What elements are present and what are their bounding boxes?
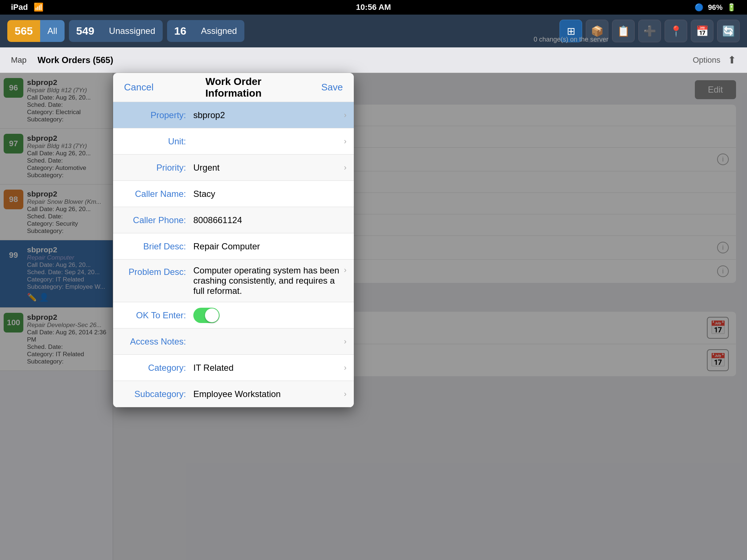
assigned-count: 16 bbox=[167, 20, 194, 42]
assigned-label: Assigned bbox=[194, 20, 244, 42]
calendar-button[interactable]: 📅 bbox=[691, 20, 713, 42]
all-badge[interactable]: 565 All bbox=[7, 20, 65, 42]
refresh-button[interactable]: 🔄 bbox=[717, 20, 740, 42]
brief-desc-value: Repair Computer bbox=[193, 241, 347, 252]
modal-save-button[interactable]: Save bbox=[288, 82, 343, 93]
category-label: Category: bbox=[120, 363, 193, 373]
unassigned-badge[interactable]: 549 Unassigned bbox=[69, 20, 163, 42]
battery-label: 96% bbox=[708, 3, 723, 12]
category-row[interactable]: Category: IT Related › bbox=[113, 355, 354, 381]
subcategory-label: Subcategory: bbox=[120, 389, 193, 399]
caller-phone-label: Caller Phone: bbox=[120, 215, 193, 225]
category-value: IT Related bbox=[193, 363, 340, 373]
access-notes-chevron: › bbox=[344, 337, 347, 346]
ok-to-enter-row[interactable]: OK To Enter: bbox=[113, 302, 354, 328]
problem-desc-value: Computer operating system has been crash… bbox=[193, 265, 340, 296]
unit-label: Unit: bbox=[120, 136, 193, 147]
problem-desc-chevron: › bbox=[344, 265, 347, 275]
subcategory-value: Employee Workstation bbox=[193, 389, 340, 399]
unit-chevron: › bbox=[344, 137, 347, 146]
property-label: Property: bbox=[120, 110, 193, 120]
assigned-badge[interactable]: 16 Assigned bbox=[167, 20, 244, 42]
caller-name-value: Stacy bbox=[193, 189, 347, 199]
property-row[interactable]: Property: sbprop2 › bbox=[113, 102, 354, 128]
share-button[interactable]: ⬆ bbox=[728, 54, 736, 66]
unassigned-label: Unassigned bbox=[102, 20, 163, 42]
priority-row[interactable]: Priority: Urgent › bbox=[113, 155, 354, 181]
list-view-button[interactable]: 📋 bbox=[612, 20, 635, 42]
work-orders-title: Work Orders (565) bbox=[38, 55, 113, 65]
ok-to-enter-label: OK To Enter: bbox=[120, 310, 193, 320]
unit-row[interactable]: Unit: › bbox=[113, 128, 354, 155]
modal-overlay: Cancel Work Order Information Save Prope… bbox=[0, 73, 747, 560]
modal-body: Property: sbprop2 › Unit: › Priority: Ur… bbox=[113, 102, 354, 407]
property-value: sbprop2 bbox=[193, 110, 340, 120]
wifi-icon: 📶 bbox=[34, 3, 43, 12]
access-notes-label: Access Notes: bbox=[120, 337, 193, 347]
priority-value: Urgent bbox=[193, 163, 340, 173]
all-count: 565 bbox=[7, 20, 40, 42]
property-chevron: › bbox=[344, 110, 347, 120]
problem-desc-row[interactable]: Problem Desc: Computer operating system … bbox=[113, 260, 354, 302]
map-link[interactable]: Map bbox=[11, 55, 27, 65]
brief-desc-label: Brief Desc: bbox=[120, 241, 193, 252]
bluetooth-icon: 🔵 bbox=[694, 3, 704, 12]
work-order-modal: Cancel Work Order Information Save Prope… bbox=[113, 73, 354, 407]
caller-name-label: Caller Name: bbox=[120, 189, 193, 199]
toggle-thumb bbox=[205, 308, 219, 322]
caller-name-row[interactable]: Caller Name: Stacy bbox=[113, 181, 354, 207]
subcategory-chevron: › bbox=[344, 389, 347, 399]
brief-desc-row[interactable]: Brief Desc: Repair Computer bbox=[113, 233, 354, 260]
access-notes-row[interactable]: Access Notes: › bbox=[113, 328, 354, 355]
sub-header: Map Work Orders (565) Options ⬆ bbox=[0, 47, 747, 73]
modal-cancel-button[interactable]: Cancel bbox=[124, 82, 179, 93]
caller-phone-value: 8008661124 bbox=[193, 215, 347, 225]
priority-label: Priority: bbox=[120, 163, 193, 173]
main-content: 96 sbprop2 Repair Bldg #12 (7Yr) Call Da… bbox=[0, 73, 747, 560]
priority-chevron: › bbox=[344, 163, 347, 172]
modal-header: Cancel Work Order Information Save bbox=[113, 73, 354, 102]
options-button[interactable]: Options bbox=[693, 55, 720, 65]
subcategory-row[interactable]: Subcategory: Employee Workstation › bbox=[113, 381, 354, 407]
add-button[interactable]: ➕ bbox=[638, 20, 661, 42]
ipad-label: iPad bbox=[11, 3, 28, 12]
server-message: 0 change(s) on the server bbox=[534, 36, 608, 43]
category-chevron: › bbox=[344, 363, 347, 373]
caller-phone-row[interactable]: Caller Phone: 8008661124 bbox=[113, 207, 354, 233]
all-label: All bbox=[40, 20, 65, 42]
location-button[interactable]: 📍 bbox=[665, 20, 687, 42]
top-nav: 565 All 549 Unassigned 16 Assigned 0 cha… bbox=[0, 15, 747, 47]
ok-to-enter-toggle[interactable] bbox=[193, 308, 220, 323]
time-display: 10:56 AM bbox=[356, 3, 391, 12]
status-bar: iPad 📶 10:56 AM 🔵 96% 🔋 bbox=[0, 0, 747, 15]
unassigned-count: 549 bbox=[69, 20, 102, 42]
battery-icon: 🔋 bbox=[727, 3, 736, 12]
modal-title: Work Order Information bbox=[179, 76, 288, 99]
ok-to-enter-toggle-container bbox=[193, 308, 220, 323]
problem-desc-label: Problem Desc: bbox=[120, 265, 193, 277]
